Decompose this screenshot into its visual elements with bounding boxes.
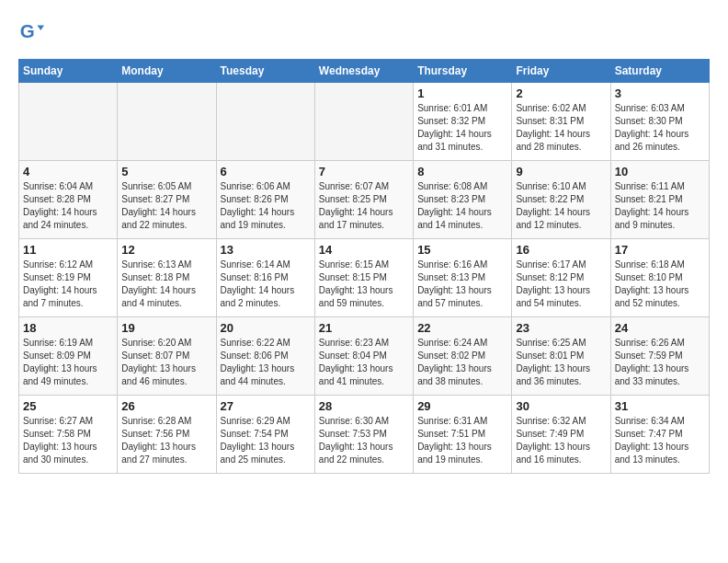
day-number: 12: [121, 243, 211, 257]
calendar-cell: 31 Sunrise: 6:34 AM Sunset: 7:47 PM Dayl…: [610, 396, 709, 474]
cell-info: Sunrise: 6:18 AM Sunset: 8:10 PM Dayligh…: [615, 259, 705, 310]
calendar-cell: 9 Sunrise: 6:10 AM Sunset: 8:22 PM Dayli…: [512, 161, 610, 239]
day-number: 4: [23, 165, 113, 178]
day-number: 13: [221, 243, 311, 257]
cell-info: Sunrise: 6:19 AM Sunset: 8:09 PM Dayligh…: [23, 337, 113, 388]
calendar-cell: 16 Sunrise: 6:17 AM Sunset: 8:12 PM Dayl…: [512, 239, 610, 317]
calendar-cell: 29 Sunrise: 6:31 AM Sunset: 7:51 PM Dayl…: [414, 396, 512, 474]
cell-info: Sunrise: 6:10 AM Sunset: 8:22 PM Dayligh…: [516, 180, 606, 232]
calendar-cell: 8 Sunrise: 6:08 AM Sunset: 8:23 PM Dayli…: [414, 161, 512, 239]
day-of-week-header: Saturday: [610, 60, 709, 83]
cell-info: Sunrise: 6:17 AM Sunset: 8:12 PM Dayligh…: [516, 259, 606, 310]
calendar-cell: [118, 83, 216, 161]
calendar-cell: 14 Sunrise: 6:15 AM Sunset: 8:15 PM Dayl…: [314, 239, 413, 317]
day-number: 27: [221, 399, 311, 413]
calendar-week-row: 25 Sunrise: 6:27 AM Sunset: 7:58 PM Dayl…: [19, 396, 710, 474]
day-number: 31: [615, 399, 705, 413]
cell-info: Sunrise: 6:05 AM Sunset: 8:27 PM Dayligh…: [121, 180, 211, 232]
day-of-week-header: Wednesday: [314, 60, 413, 83]
logo: G: [18, 18, 48, 44]
day-number: 23: [516, 321, 606, 335]
day-number: 19: [121, 321, 211, 335]
cell-info: Sunrise: 6:11 AM Sunset: 8:21 PM Dayligh…: [615, 180, 705, 232]
calendar-cell: 18 Sunrise: 6:19 AM Sunset: 8:09 PM Dayl…: [19, 317, 118, 396]
day-number: 6: [221, 165, 311, 178]
calendar-cell: [314, 83, 413, 161]
calendar-cell: 26 Sunrise: 6:28 AM Sunset: 7:56 PM Dayl…: [118, 396, 216, 474]
calendar-cell: 1 Sunrise: 6:01 AM Sunset: 8:32 PM Dayli…: [414, 83, 512, 161]
logo-icon: G: [18, 18, 44, 44]
day-number: 9: [516, 165, 606, 178]
calendar-cell: 12 Sunrise: 6:13 AM Sunset: 8:18 PM Dayl…: [118, 239, 216, 317]
day-number: 10: [615, 165, 705, 178]
day-number: 30: [516, 399, 606, 413]
calendar-cell: 10 Sunrise: 6:11 AM Sunset: 8:21 PM Dayl…: [610, 161, 709, 239]
day-number: 24: [615, 321, 705, 335]
cell-info: Sunrise: 6:22 AM Sunset: 8:06 PM Dayligh…: [221, 337, 311, 388]
cell-info: Sunrise: 6:07 AM Sunset: 8:25 PM Dayligh…: [319, 180, 409, 232]
calendar-cell: [19, 83, 118, 161]
calendar-cell: 20 Sunrise: 6:22 AM Sunset: 8:06 PM Dayl…: [216, 317, 314, 396]
cell-info: Sunrise: 6:27 AM Sunset: 7:58 PM Dayligh…: [23, 415, 113, 466]
calendar-week-row: 11 Sunrise: 6:12 AM Sunset: 8:19 PM Dayl…: [19, 239, 710, 317]
day-number: 2: [516, 86, 606, 100]
day-of-week-header: Monday: [118, 60, 216, 83]
cell-info: Sunrise: 6:03 AM Sunset: 8:30 PM Dayligh…: [615, 102, 705, 154]
day-number: 25: [23, 399, 113, 413]
cell-info: Sunrise: 6:15 AM Sunset: 8:15 PM Dayligh…: [319, 259, 409, 310]
cell-info: Sunrise: 6:26 AM Sunset: 7:59 PM Dayligh…: [615, 337, 705, 388]
day-number: 17: [615, 243, 705, 257]
cell-info: Sunrise: 6:29 AM Sunset: 7:54 PM Dayligh…: [221, 415, 311, 466]
day-of-week-header: Sunday: [19, 60, 118, 83]
page-header: G: [18, 18, 710, 44]
calendar-cell: [216, 83, 314, 161]
day-number: 18: [23, 321, 113, 335]
calendar-header-row: SundayMondayTuesdayWednesdayThursdayFrid…: [19, 60, 710, 83]
day-number: 15: [417, 243, 507, 257]
calendar-cell: 23 Sunrise: 6:25 AM Sunset: 8:01 PM Dayl…: [512, 317, 610, 396]
day-number: 11: [23, 243, 113, 257]
day-number: 5: [121, 165, 211, 178]
calendar-cell: 15 Sunrise: 6:16 AM Sunset: 8:13 PM Dayl…: [414, 239, 512, 317]
cell-info: Sunrise: 6:06 AM Sunset: 8:26 PM Dayligh…: [221, 180, 311, 232]
day-number: 14: [319, 243, 409, 257]
calendar-cell: 11 Sunrise: 6:12 AM Sunset: 8:19 PM Dayl…: [19, 239, 118, 317]
calendar-cell: 3 Sunrise: 6:03 AM Sunset: 8:30 PM Dayli…: [610, 83, 709, 161]
day-number: 29: [417, 399, 507, 413]
day-number: 1: [417, 86, 507, 100]
cell-info: Sunrise: 6:16 AM Sunset: 8:13 PM Dayligh…: [417, 259, 507, 310]
calendar-cell: 4 Sunrise: 6:04 AM Sunset: 8:28 PM Dayli…: [19, 161, 118, 239]
calendar-cell: 17 Sunrise: 6:18 AM Sunset: 8:10 PM Dayl…: [610, 239, 709, 317]
day-number: 22: [417, 321, 507, 335]
day-of-week-header: Friday: [512, 60, 610, 83]
calendar-table: SundayMondayTuesdayWednesdayThursdayFrid…: [18, 59, 710, 474]
cell-info: Sunrise: 6:34 AM Sunset: 7:47 PM Dayligh…: [615, 415, 705, 466]
calendar-cell: 25 Sunrise: 6:27 AM Sunset: 7:58 PM Dayl…: [19, 396, 118, 474]
calendar-cell: 27 Sunrise: 6:29 AM Sunset: 7:54 PM Dayl…: [216, 396, 314, 474]
day-number: 8: [417, 165, 507, 178]
cell-info: Sunrise: 6:30 AM Sunset: 7:53 PM Dayligh…: [319, 415, 409, 466]
calendar-cell: 6 Sunrise: 6:06 AM Sunset: 8:26 PM Dayli…: [216, 161, 314, 239]
cell-info: Sunrise: 6:14 AM Sunset: 8:16 PM Dayligh…: [221, 259, 311, 310]
cell-info: Sunrise: 6:28 AM Sunset: 7:56 PM Dayligh…: [121, 415, 211, 466]
svg-marker-1: [38, 25, 44, 30]
calendar-cell: 21 Sunrise: 6:23 AM Sunset: 8:04 PM Dayl…: [314, 317, 413, 396]
day-number: 21: [319, 321, 409, 335]
svg-text:G: G: [20, 20, 35, 41]
calendar-cell: 2 Sunrise: 6:02 AM Sunset: 8:31 PM Dayli…: [512, 83, 610, 161]
day-number: 3: [615, 86, 705, 100]
cell-info: Sunrise: 6:13 AM Sunset: 8:18 PM Dayligh…: [121, 259, 211, 310]
calendar-cell: 24 Sunrise: 6:26 AM Sunset: 7:59 PM Dayl…: [610, 317, 709, 396]
cell-info: Sunrise: 6:02 AM Sunset: 8:31 PM Dayligh…: [516, 102, 606, 154]
calendar-week-row: 1 Sunrise: 6:01 AM Sunset: 8:32 PM Dayli…: [19, 83, 710, 161]
calendar-cell: 30 Sunrise: 6:32 AM Sunset: 7:49 PM Dayl…: [512, 396, 610, 474]
day-number: 26: [121, 399, 211, 413]
calendar-cell: 13 Sunrise: 6:14 AM Sunset: 8:16 PM Dayl…: [216, 239, 314, 317]
calendar-week-row: 18 Sunrise: 6:19 AM Sunset: 8:09 PM Dayl…: [19, 317, 710, 396]
cell-info: Sunrise: 6:25 AM Sunset: 8:01 PM Dayligh…: [516, 337, 606, 388]
day-number: 16: [516, 243, 606, 257]
calendar-cell: 7 Sunrise: 6:07 AM Sunset: 8:25 PM Dayli…: [314, 161, 413, 239]
calendar-cell: 28 Sunrise: 6:30 AM Sunset: 7:53 PM Dayl…: [314, 396, 413, 474]
day-number: 7: [319, 165, 409, 178]
calendar-cell: 5 Sunrise: 6:05 AM Sunset: 8:27 PM Dayli…: [118, 161, 216, 239]
